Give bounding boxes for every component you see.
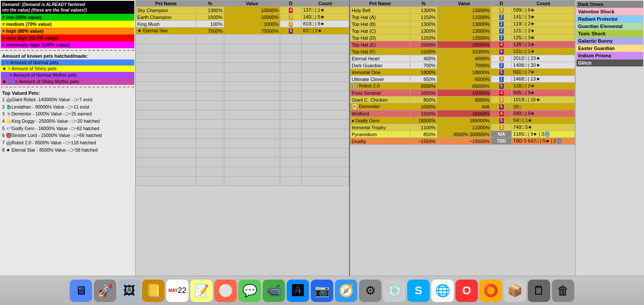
table-row: Ultimate Clover 650% 6500% 2 1468□ | 13★ [350,76,575,83]
pet-val: 12500% [437,34,491,41]
dock-facetime[interactable]: 📹 [263,280,285,302]
pet-demand: 3 [491,55,512,62]
pet-val: 13000% [437,28,491,34]
list-item: 4 🌟King Doggy - 25000% Value - □~20 hatc… [1,118,134,125]
pet-name: Top Hat (B) [350,21,410,28]
pet-pct: 1000% [196,14,224,21]
dock-contacts[interactable]: 📒 [142,280,164,302]
dock-another[interactable]: ⭕ [480,280,502,302]
dock-photos[interactable]: 🖼 [118,280,140,302]
legend-extremely-high: = extremely high (100% value) [1,41,134,48]
pet-val: 8000% [437,96,491,103]
pet-val: 1000% [224,21,280,28]
pet-count: 140□ | 5★ [302,14,349,21]
pet-count: 599□ | 6★ [512,7,575,14]
pet-demand: 2 [491,62,512,69]
pet-demand: 5 [491,48,512,55]
pet-name: Holy Bell [350,7,410,14]
dock-messages[interactable]: 💬 [238,280,261,302]
col-pct-hdr: % [196,0,224,7]
list-item: 5 💎Godly Gem - 16000% Value - □~62 hatch… [1,125,134,132]
pet-demand: 5 [491,83,512,90]
dock-another2[interactable]: 📦 [504,280,526,302]
table-row [136,63,349,72]
table-row: Earth Champion 1000% 10000% 3 140□ | 5★ [136,14,349,21]
dock-finder[interactable]: 🖥 [70,280,92,302]
table-row [136,82,349,91]
pet-count: 25□ [512,103,575,110]
right-pet-guardian-elemental: Guardian Elemental [576,23,643,30]
table-row [136,34,349,44]
table-row: Top Hat (E) 2000% 20000% 4 128□ | 1★ [350,41,575,48]
pet-demand: 2 [491,28,512,34]
pet-val: 13000% [437,7,491,14]
pet-val: 13000% [437,21,491,28]
pet-demand: 4 [491,41,512,48]
right-panel: Dark Omen Valentine Shock Radiant Protec… [575,0,644,276]
pet-count: 121□ | 2★ [512,28,575,34]
dock-trash[interactable]: 🗑 [552,280,574,302]
right-pet-toxic-shock: Toxic Shock [576,30,643,37]
pet-name: Top Hat (F) [350,48,410,55]
dock-reminders[interactable]: ⚪ [214,280,237,302]
table-row: 🤖 Robot 2.0 8500% 85000% 5 118□ | 2★ [350,83,575,90]
pet-demand: 3 [280,21,302,28]
table-row [136,44,349,53]
pet-name: Immortal One [350,69,410,76]
dock-calendar[interactable]: MAY22 [166,280,189,302]
pet-name: Wolflord [350,110,410,117]
pet-pct: 1300% [410,7,437,14]
pet-count: 128□ | 1★ [512,41,575,48]
table-row: King Mush 100% 1000% 3 810□ | 8★ [136,21,349,28]
dock-skype[interactable]: S [407,280,430,302]
dock-opera[interactable]: O [455,280,478,302]
table-area: Pet Name % Value D Count Sky Champion 13… [136,0,575,276]
dock-chrome[interactable]: 🌐 [431,280,454,302]
pet-demand: 3 [280,14,302,21]
col-count-hdr2: Count [512,0,575,7]
pet-demand: 5 [280,28,302,34]
pet-name: Top Hat (C) [350,28,410,34]
pet-pct: 1800% [410,69,437,76]
pet-demand: 2 [491,14,512,21]
pet-pct: 1000% [410,103,437,110]
list-item: 6 👹Sinister Lord - 15000% Value - □~66 h… [1,132,134,139]
pet-val: 8500% 300000% [437,131,491,138]
table-row [136,72,349,82]
dock-screenshots[interactable]: 🗒 [528,280,550,302]
dock-systemprefs[interactable]: ⚙ [359,280,381,302]
table-row: Top Hat (A) 1150% 11500% 2 141□ | 3★ [350,14,575,21]
pet-count: 1019□ | 15★ [512,96,575,103]
col-name-hdr2: Pet Name [350,0,410,7]
demand-header: Demand: (Demand is ALREADY factored nto … [1,1,134,14]
dock-appstore[interactable]: 🅰 [287,280,309,302]
pet-name: Dark Guardian [350,62,410,69]
pet-val: 4000% [437,55,491,62]
dock-dvd[interactable]: 💿 [383,280,406,302]
pet-name: Top Hat (D) [350,34,410,41]
table-row: ♦ Godly Gem 18500% 185000% 5 54□ | 1★ [350,117,575,124]
pet-count: 118□ | 2★ [512,83,575,90]
dock-zoom[interactable]: 📷 [311,280,333,302]
amount-normal: □ = Amount of Normal pets [1,59,134,65]
dock-safari[interactable]: 🧭 [335,280,357,302]
dock-launchpad[interactable]: 🚀 [94,280,116,302]
pet-name: King Mush [136,21,196,28]
pet-pct: 18500% [410,117,437,124]
table-row: Holy Bell 1300% 13000% 3 599□ | 6★ [350,7,575,14]
divider-2 [1,87,134,87]
pet-name: Top Hat (A) [350,14,410,21]
list-item: 1 🤖Giant Robot -140000% Value - □~7 exis… [1,96,134,103]
table-row: Top Hat (F) 3100% 31000% 5 121□ | 1★ [350,48,575,55]
right-pet-valentine-shock: Valentine Shock [576,8,643,16]
pet-pct: 1100% [410,124,437,131]
pet-pct: 2000% [410,41,437,48]
dock-notes[interactable]: 📝 [190,280,213,302]
pet-count: 67□ | 2★ [302,28,349,34]
pet-pct: 1600% [410,110,437,117]
table-row [136,101,349,110]
pet-val: 7000% [437,62,491,69]
list-item: 7 🤖Robot 2.0 - 8500% Value - □~118 hatch… [1,139,134,146]
pet-count: 905□ | 9★ [512,90,575,96]
pet-pct: 850% [410,131,437,138]
